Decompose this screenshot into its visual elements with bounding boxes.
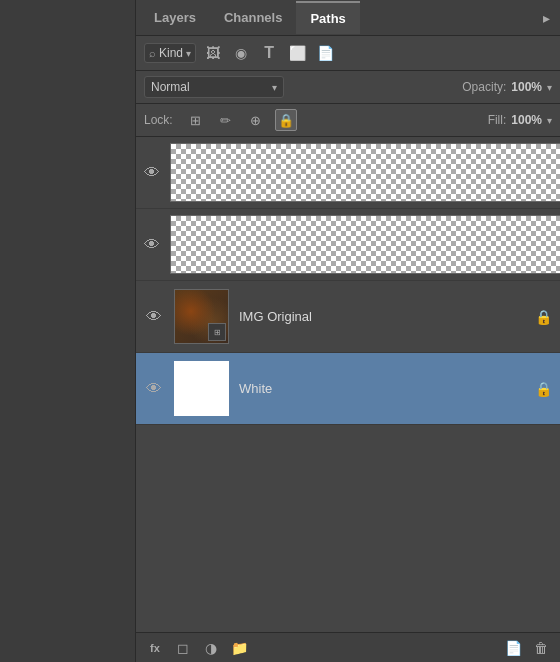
kind-label: Kind xyxy=(159,46,183,60)
lock-image-btn[interactable]: ✏ xyxy=(215,109,237,131)
lock-all-btn[interactable]: 🔒 xyxy=(275,109,297,131)
tab-bar: Layers Channels Paths ▸ xyxy=(136,0,560,36)
kind-filter-wrapper[interactable]: ⌕ Kind ▾ xyxy=(144,43,196,63)
blend-mode-row: Normal ▾ Opacity: 100% ▾ xyxy=(136,71,560,104)
left-sidebar xyxy=(0,0,135,662)
layer-item-img-original[interactable]: 👁 ⊞ IMG Original 🔒 xyxy=(136,281,560,353)
blend-mode-select[interactable]: Normal ▾ xyxy=(144,76,284,98)
blend-mode-arrow[interactable]: ▾ xyxy=(272,82,277,93)
layer-visibility-photo1[interactable]: 👁 xyxy=(144,164,160,182)
kind-dropdown-arrow[interactable]: ▾ xyxy=(186,48,191,59)
layer-thumb-white xyxy=(174,361,229,416)
fill-arrow[interactable]: ▾ xyxy=(547,115,552,126)
fill-row: Fill: 100% ▾ xyxy=(488,113,552,127)
layer-item-white[interactable]: 👁 White 🔒 xyxy=(136,353,560,425)
layers-panel: Layers Channels Paths ▸ ⌕ Kind ▾ 🖼 ◉ T ⬜… xyxy=(135,0,560,662)
opacity-row: Opacity: 100% ▾ xyxy=(462,80,552,94)
adjustment-button[interactable]: ◑ xyxy=(200,637,222,659)
tab-channels[interactable]: Channels xyxy=(210,2,297,33)
layer-lock-white: 🔒 xyxy=(535,381,552,397)
opacity-value[interactable]: 100% xyxy=(511,80,542,94)
layer-list: 👁 Photo1 🔒 👁 Photo2 🔒 👁 ⊞ IMG Original 🔒 xyxy=(136,137,560,632)
fill-label: Fill: xyxy=(488,113,507,127)
fill-value[interactable]: 100% xyxy=(511,113,542,127)
panel-menu-arrow[interactable]: ▸ xyxy=(537,6,556,30)
lock-position-btn[interactable]: ⊕ xyxy=(245,109,267,131)
group-button[interactable]: 📁 xyxy=(228,637,250,659)
bottom-toolbar: fx ◻ ◑ 📁 📄 🗑 xyxy=(136,632,560,662)
image-filter-icon[interactable]: 🖼 xyxy=(202,42,224,64)
layer-lock-img-original: 🔒 xyxy=(535,309,552,325)
layer-item-photo2[interactable]: 👁 Photo2 🔒 xyxy=(136,209,560,281)
type-filter-icon[interactable]: T xyxy=(258,42,280,64)
white-layer-content xyxy=(176,363,227,414)
opacity-arrow[interactable]: ▾ xyxy=(547,82,552,93)
layer-thumb-photo2 xyxy=(170,215,560,274)
layer-visibility-img-original[interactable]: 👁 xyxy=(144,308,164,326)
search-icon: ⌕ xyxy=(149,47,156,59)
lock-pixels-btn[interactable]: ⊞ xyxy=(185,109,207,131)
lock-label: Lock: xyxy=(144,113,173,127)
add-mask-button[interactable]: ◻ xyxy=(172,637,194,659)
layer-visibility-photo2[interactable]: 👁 xyxy=(144,236,160,254)
tab-layers[interactable]: Layers xyxy=(140,2,210,33)
filter-bar: ⌕ Kind ▾ 🖼 ◉ T ⬜ 📄 xyxy=(136,36,560,71)
blend-mode-label: Normal xyxy=(151,80,190,94)
layer-name-white: White xyxy=(239,381,525,396)
tab-paths[interactable]: Paths xyxy=(296,1,359,34)
shape-filter-icon[interactable]: ⬜ xyxy=(286,42,308,64)
layer-visibility-white[interactable]: 👁 xyxy=(144,380,164,398)
lock-row: Lock: ⊞ ✏ ⊕ 🔒 Fill: 100% ▾ xyxy=(136,104,560,137)
layer-fx-button[interactable]: fx xyxy=(144,637,166,659)
img-thumb-overlay: ⊞ xyxy=(208,323,226,341)
opacity-label: Opacity: xyxy=(462,80,506,94)
img-thumb-content: ⊞ xyxy=(175,290,228,343)
adjustment-filter-icon[interactable]: ◉ xyxy=(230,42,252,64)
layer-thumb-img-original: ⊞ xyxy=(174,289,229,344)
layer-thumb-photo1 xyxy=(170,143,560,202)
smart-filter-icon[interactable]: 📄 xyxy=(314,42,336,64)
layer-item-photo1[interactable]: 👁 Photo1 🔒 xyxy=(136,137,560,209)
delete-layer-button[interactable]: 🗑 xyxy=(530,637,552,659)
new-layer-button[interactable]: 📄 xyxy=(502,637,524,659)
layer-name-img-original: IMG Original xyxy=(239,309,525,324)
